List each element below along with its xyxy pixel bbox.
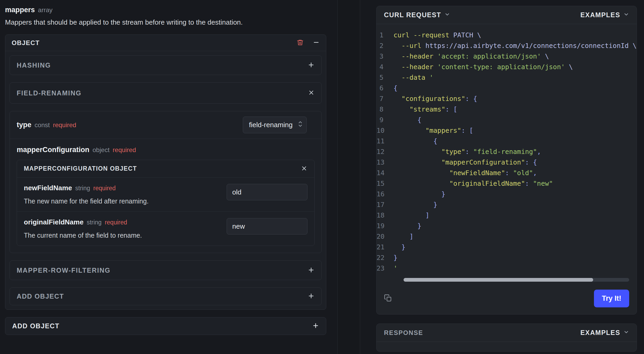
code-line: 4 --header 'content-type: application/js…	[377, 62, 637, 72]
code-line-content: "type": "field-renaming",	[393, 147, 541, 157]
line-number: 13	[377, 157, 393, 168]
line-number: 16	[377, 189, 393, 200]
code-line-content: }	[393, 200, 437, 210]
code-line-content: ]	[393, 231, 413, 242]
code-line: 13 "mapperConfiguration": {	[377, 157, 637, 168]
delete-object-button[interactable]	[297, 39, 304, 47]
line-number: 21	[377, 242, 393, 253]
mapper-row-filtering-title: MAPPER-ROW-FILTERING	[17, 267, 110, 274]
curl-request-dropdown[interactable]: CURL REQUEST	[384, 11, 450, 19]
request-column: CURL REQUEST EXAMPLES 1curl --request PA…	[360, 0, 644, 354]
mapperconfiguration-name: mapperConfiguration	[17, 146, 90, 154]
close-mapperconfiguration-button[interactable]	[301, 165, 307, 172]
mapperconfiguration-card: MAPPERCONFIGURATION OBJECT	[17, 160, 315, 246]
response-panel: RESPONSE EXAMPLES	[376, 324, 637, 352]
code-line: 12 "type": "field-renaming",	[377, 147, 637, 157]
code-line-content: "newFieldName": "old",	[393, 168, 537, 178]
expand-hashing-button[interactable]	[308, 61, 315, 69]
curl-request-title: CURL REQUEST	[384, 11, 441, 19]
try-it-button[interactable]: Try It!	[594, 290, 629, 307]
code-line-content: "originalFieldName": "new"	[393, 178, 553, 189]
newfieldname-description: The new name for the field after renamin…	[24, 197, 149, 205]
originalfieldname-input[interactable]	[227, 218, 307, 234]
object-card: OBJECT HASHING	[5, 34, 326, 310]
response-examples-dropdown[interactable]: EXAMPLES	[580, 329, 629, 337]
chevron-down-icon	[444, 11, 450, 19]
code-line: 23'	[377, 263, 637, 274]
field-type-badge: array	[38, 6, 53, 14]
curl-request-panel: CURL REQUEST EXAMPLES 1curl --request PA…	[376, 6, 637, 315]
code-line: 11 {	[377, 136, 637, 147]
examples-dropdown[interactable]: EXAMPLES	[580, 11, 629, 19]
code-line-content: '	[393, 263, 397, 274]
code-line-content: "configurations": {	[393, 94, 477, 104]
mapperconfiguration-required: required	[113, 146, 136, 154]
panel-divider	[338, 0, 360, 354]
newfieldname-input[interactable]	[227, 184, 307, 200]
scrollbar-thumb[interactable]	[404, 278, 593, 282]
code-line: 5 --data '	[377, 72, 637, 83]
line-number: 4	[377, 62, 393, 72]
type-select[interactable]: field-renaming	[243, 117, 307, 133]
plus-icon	[308, 61, 315, 69]
mappers-field-title: mappers array	[5, 6, 326, 14]
plus-icon	[308, 293, 315, 300]
code-line-content: {	[393, 136, 437, 147]
code-line: 1curl --request PATCH \	[377, 30, 637, 41]
copy-code-button[interactable]	[384, 294, 392, 303]
code-line-content: "streams": [	[393, 104, 457, 115]
expand-mapper-row-filtering-button[interactable]	[308, 267, 315, 274]
object-card-body: HASHING FIELD-RENAMING	[5, 51, 326, 309]
field-renaming-body: mapperConfiguration object required MAPP…	[10, 139, 321, 253]
add-object-outer-button[interactable]	[312, 322, 319, 330]
mapperconfiguration-label: mapperConfiguration object required	[17, 146, 315, 154]
type-field-required: required	[53, 121, 76, 129]
close-field-renaming-button[interactable]	[308, 89, 315, 97]
code-line: 7 "configurations": {	[377, 94, 637, 104]
line-number: 7	[377, 94, 393, 104]
line-number: 15	[377, 178, 393, 189]
add-object-inner[interactable]: ADD OBJECT	[10, 287, 322, 305]
code-line: 9 {	[377, 115, 637, 125]
line-number: 20	[377, 231, 393, 242]
code-line: 15 "originalFieldName": "new"	[377, 178, 637, 189]
code-block: 1curl --request PATCH \2 --url https://a…	[377, 30, 637, 274]
add-object-outer[interactable]: ADD OBJECT	[5, 317, 326, 335]
collapse-object-button[interactable]	[313, 39, 320, 47]
page: mappers array Mappers that should be app…	[0, 0, 644, 354]
code-line-content: }	[393, 242, 405, 253]
line-number: 22	[377, 253, 393, 263]
examples-label: EXAMPLES	[580, 11, 620, 19]
code-line: 17 }	[377, 200, 637, 210]
mapperconfiguration-card-header: MAPPERCONFIGURATION OBJECT	[17, 160, 314, 178]
code-area: 1curl --request PATCH \2 --url https://a…	[377, 24, 637, 284]
code-line: 2 --url https://api.airbyte.com/v1/conne…	[377, 41, 637, 51]
code-line: 21 }	[377, 242, 637, 253]
chevron-down-icon	[623, 329, 629, 337]
code-line: 10 "mappers": [	[377, 125, 637, 136]
hashing-title: HASHING	[17, 61, 51, 69]
line-number: 19	[377, 221, 393, 231]
code-line-content: }	[393, 221, 421, 231]
code-line-content: "mappers": [	[393, 125, 473, 136]
minus-icon	[313, 39, 320, 47]
code-line-content: --header 'accept: application/json' \	[393, 51, 549, 62]
field-renaming-header[interactable]: FIELD-RENAMING	[10, 82, 322, 104]
field-name-mappers: mappers	[5, 6, 35, 14]
add-object-inner-button[interactable]	[308, 293, 315, 300]
code-horizontal-scrollbar[interactable]	[404, 278, 629, 282]
add-object-outer-title: ADD OBJECT	[12, 322, 60, 330]
originalfieldname-field-info: originalFieldName string required The cu…	[24, 218, 142, 239]
code-line: 19 }	[377, 221, 637, 231]
hashing-section[interactable]: HASHING	[10, 55, 322, 75]
select-chevrons-icon	[298, 120, 303, 130]
line-number: 6	[377, 83, 393, 94]
field-renaming-title: FIELD-RENAMING	[17, 89, 82, 97]
plus-icon	[312, 322, 319, 330]
line-number: 8	[377, 104, 393, 115]
field-renaming-content: type const required field-renaming	[10, 111, 322, 253]
add-object-inner-title: ADD OBJECT	[17, 293, 64, 300]
mapper-row-filtering-section[interactable]: MAPPER-ROW-FILTERING	[10, 260, 322, 280]
code-line: 18 ]	[377, 210, 637, 221]
schema-panel: mappers array Mappers that should be app…	[0, 0, 338, 354]
